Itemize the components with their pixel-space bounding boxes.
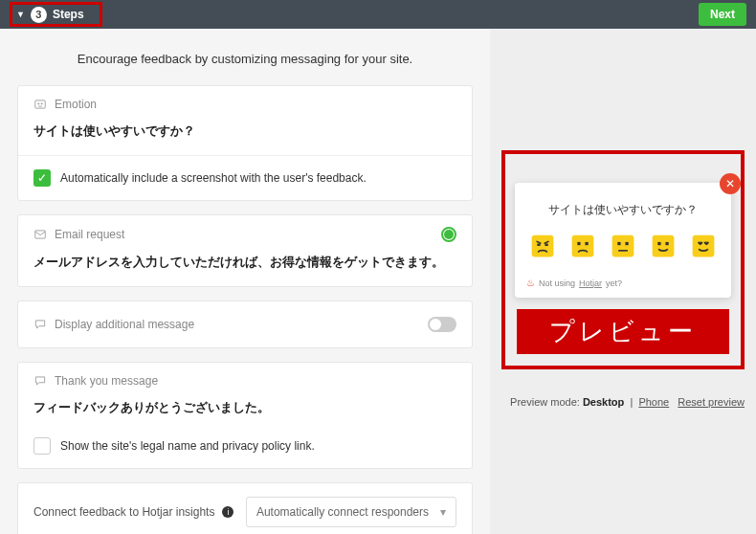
preview-mode-row: Preview mode: Desktop | Phone Reset prev… xyxy=(501,396,745,408)
additional-card: Display additional message xyxy=(17,300,473,348)
svg-rect-5 xyxy=(537,244,540,246)
svg-rect-6 xyxy=(545,244,547,246)
emoji-happy[interactable] xyxy=(651,234,676,258)
mail-icon xyxy=(33,228,47,241)
preview-mode-phone[interactable]: Phone xyxy=(638,396,669,408)
email-card: Email request メールアドレスを入力していただければ、お得な情報をゲ… xyxy=(17,214,473,287)
svg-rect-14 xyxy=(653,235,675,257)
thankyou-title: Thank you message xyxy=(55,374,158,388)
svg-rect-12 xyxy=(625,242,628,245)
email-title: Email request xyxy=(55,228,124,241)
emoji-love[interactable] xyxy=(691,234,716,258)
reset-preview[interactable]: Reset preview xyxy=(678,396,745,408)
connect-label: Connect feedback to Hotjar insights xyxy=(33,505,214,519)
svg-rect-9 xyxy=(585,242,588,245)
thankyou-card: Thank you message フィードバックありがとうございました。 Sh… xyxy=(17,362,473,469)
screenshot-checkbox-row[interactable]: ✓ Automatically include a screenshot wit… xyxy=(18,155,472,200)
emoji-sad[interactable] xyxy=(570,234,595,258)
close-icon[interactable]: ✕ xyxy=(720,173,741,194)
svg-rect-10 xyxy=(612,235,634,257)
topbar: ▼ 3 Steps Next xyxy=(0,0,756,29)
emoji-row xyxy=(526,234,720,258)
preview-label: プレビュー xyxy=(517,309,729,354)
svg-point-1 xyxy=(38,103,39,104)
checkbox-icon xyxy=(33,437,51,455)
chevron-down-icon: ▼ xyxy=(16,10,25,19)
emotion-icon xyxy=(33,98,47,111)
additional-toggle[interactable] xyxy=(428,317,456,332)
additional-title: Display additional message xyxy=(55,318,194,331)
step-label: Steps xyxy=(53,8,84,21)
svg-rect-4 xyxy=(532,235,554,257)
svg-rect-11 xyxy=(617,242,620,245)
emoji-neutral[interactable] xyxy=(611,234,635,258)
emotion-card: Emotion サイトは使いやすいですか？ ✓ Automatically in… xyxy=(17,85,473,201)
emoji-angry[interactable] xyxy=(530,234,555,258)
widget-footer: ♨ Not using Hotjar yet? xyxy=(526,278,720,288)
preview-panel: ✕ サイトは使いやすいですか？ ♨ Not using Hotjar yet? … xyxy=(490,29,756,534)
svg-rect-17 xyxy=(693,235,715,257)
preview-mode-desktop[interactable]: Desktop xyxy=(583,396,624,408)
info-icon[interactable]: i xyxy=(222,506,233,518)
svg-rect-8 xyxy=(577,242,580,245)
connect-card: Connect feedback to Hotjar insights i Au… xyxy=(17,482,473,534)
email-toggle[interactable] xyxy=(441,227,456,242)
intro-text: Encourage feedback by customizing messag… xyxy=(17,52,473,66)
message-icon xyxy=(33,374,47,388)
preview-frame: ✕ サイトは使いやすいですか？ ♨ Not using Hotjar yet? … xyxy=(501,150,745,369)
svg-rect-16 xyxy=(665,242,668,245)
hotjar-link[interactable]: Hotjar xyxy=(579,278,602,288)
svg-point-2 xyxy=(41,103,42,104)
step-number: 3 xyxy=(31,7,47,23)
screenshot-checkbox-label: Automatically include a screenshot with … xyxy=(60,171,367,185)
legal-checkbox-row[interactable]: Show the site's legal name and privacy p… xyxy=(18,432,472,468)
feedback-widget: ✕ サイトは使いやすいですか？ ♨ Not using Hotjar yet? xyxy=(515,183,731,298)
svg-rect-3 xyxy=(35,231,46,238)
email-body[interactable]: メールアドレスを入力していただければ、お得な情報をゲットできます。 xyxy=(18,250,472,286)
connect-select[interactable]: Automatically connect responders xyxy=(246,497,456,527)
emotion-question[interactable]: サイトは使いやすいですか？ xyxy=(18,119,472,155)
svg-rect-0 xyxy=(35,100,46,108)
legal-checkbox-label: Show the site's legal name and privacy p… xyxy=(60,439,315,453)
svg-rect-7 xyxy=(572,235,594,257)
next-button[interactable]: Next xyxy=(699,3,746,26)
steps-header[interactable]: ▼ 3 Steps xyxy=(10,2,102,27)
check-icon: ✓ xyxy=(33,169,51,187)
message-icon xyxy=(33,318,47,331)
emotion-title: Emotion xyxy=(55,98,97,111)
flame-icon: ♨ xyxy=(526,278,535,288)
form-panel: Encourage feedback by customizing messag… xyxy=(0,29,490,534)
svg-rect-15 xyxy=(657,242,660,245)
widget-question: サイトは使いやすいですか？ xyxy=(526,202,720,218)
thankyou-body[interactable]: フィードバックありがとうございました。 xyxy=(18,395,472,432)
